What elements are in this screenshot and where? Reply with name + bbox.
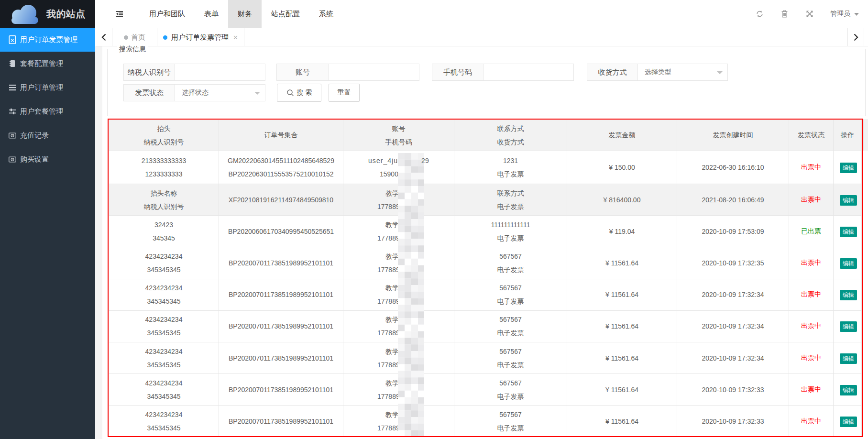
svg-text:1: 1 <box>11 134 13 137</box>
svg-text:1: 1 <box>11 158 13 161</box>
